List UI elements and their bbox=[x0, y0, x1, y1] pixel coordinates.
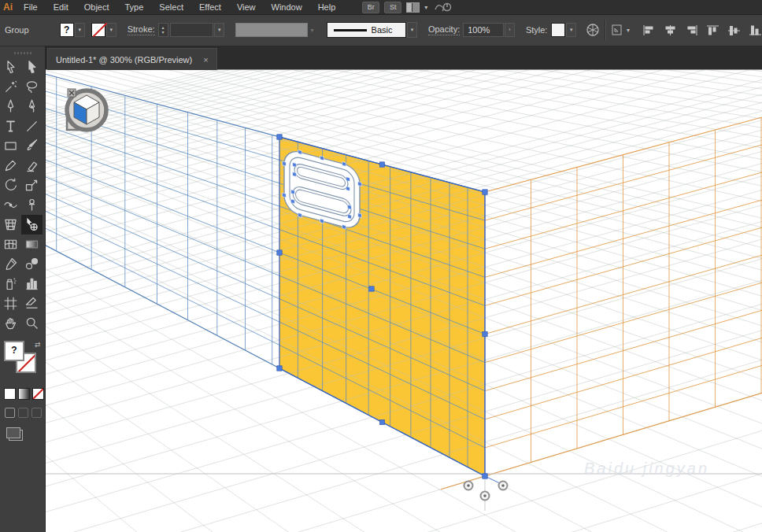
stroke-weight-input[interactable] bbox=[170, 23, 214, 37]
menu-item-window[interactable]: Window bbox=[264, 0, 310, 14]
column-graph-tool[interactable] bbox=[21, 274, 43, 294]
magic-wand-tool[interactable] bbox=[0, 77, 21, 97]
scale-tool[interactable] bbox=[21, 175, 43, 195]
draw-normal-mode-button[interactable] bbox=[5, 408, 15, 418]
eyedropper-tool[interactable] bbox=[0, 254, 21, 274]
selection-handle[interactable] bbox=[369, 286, 374, 291]
selection-handle[interactable] bbox=[483, 331, 487, 336]
anchor-point[interactable] bbox=[283, 193, 287, 198]
anchor-point[interactable] bbox=[320, 156, 324, 161]
style-swatch[interactable] bbox=[551, 23, 565, 37]
anchor-point[interactable] bbox=[346, 187, 350, 191]
ground-level-widget[interactable] bbox=[464, 482, 473, 490]
curvature-tool[interactable] bbox=[21, 97, 43, 116]
opacity-label[interactable]: Opacity: bbox=[428, 24, 460, 35]
anchor-point[interactable] bbox=[346, 177, 350, 182]
align-center-icon[interactable] bbox=[664, 24, 677, 36]
mesh-tool[interactable] bbox=[0, 235, 21, 254]
menu-item-file[interactable]: File bbox=[16, 0, 46, 14]
stock-button[interactable]: St bbox=[384, 2, 401, 13]
menu-item-help[interactable]: Help bbox=[310, 0, 344, 14]
gradient-button[interactable] bbox=[18, 388, 30, 400]
ground-level-widget[interactable] bbox=[481, 492, 490, 501]
draw-inside-mode-button[interactable] bbox=[31, 408, 42, 418]
perspective-selection-tool[interactable] bbox=[21, 215, 43, 235]
fill-color-swatch[interactable]: ? bbox=[60, 23, 74, 37]
panel-grip[interactable] bbox=[14, 52, 31, 54]
type-tool[interactable] bbox=[0, 116, 21, 136]
opacity-expand-icon[interactable]: › bbox=[505, 23, 515, 37]
gradient-tool[interactable] bbox=[21, 235, 43, 254]
paintbrush-tool[interactable] bbox=[21, 136, 43, 156]
anchor-point[interactable] bbox=[348, 214, 352, 219]
anchor-point[interactable] bbox=[283, 161, 287, 166]
anchor-point[interactable] bbox=[298, 150, 302, 154]
line-segment-tool[interactable] bbox=[21, 116, 43, 136]
anchor-point[interactable] bbox=[358, 213, 362, 218]
brush-definition-dropdown[interactable]: Basic bbox=[327, 22, 406, 38]
rectangle-tool[interactable] bbox=[0, 136, 21, 156]
slice-tool[interactable] bbox=[21, 294, 43, 313]
brush-chevron-icon[interactable]: ▾ bbox=[407, 22, 417, 38]
align-left-icon[interactable] bbox=[642, 24, 656, 36]
chevron-down-icon[interactable]: ▾ bbox=[424, 4, 427, 11]
fill-dropdown-chevron-icon[interactable]: ▾ bbox=[75, 23, 85, 37]
arrange-document-icon[interactable] bbox=[611, 23, 627, 37]
color-button[interactable] bbox=[4, 388, 16, 400]
ground-level-widget[interactable] bbox=[499, 482, 508, 490]
anchor-point[interactable] bbox=[348, 205, 352, 209]
share-power-icon[interactable] bbox=[432, 2, 453, 13]
stroke-color-swatch[interactable] bbox=[91, 23, 105, 37]
align-middle-icon[interactable] bbox=[727, 24, 741, 36]
align-bottom-icon[interactable] bbox=[749, 24, 762, 36]
lasso-tool[interactable] bbox=[21, 77, 43, 97]
stroke-weight-chevron-icon[interactable]: ▾ bbox=[214, 23, 224, 37]
selection-handle[interactable] bbox=[277, 135, 282, 139]
fill-indicator[interactable]: ? bbox=[4, 341, 24, 361]
anchor-point[interactable] bbox=[342, 224, 346, 229]
anchor-point[interactable] bbox=[320, 219, 324, 224]
selection-handle[interactable] bbox=[277, 366, 282, 371]
recolor-artwork-icon[interactable] bbox=[586, 23, 600, 37]
pen-tool[interactable] bbox=[0, 97, 21, 116]
menu-item-object[interactable]: Object bbox=[76, 0, 117, 14]
stroke-weight-label[interactable]: Stroke: bbox=[128, 24, 155, 35]
direct-selection-tool[interactable] bbox=[21, 57, 43, 77]
puppet-warp-tool[interactable] bbox=[21, 195, 43, 215]
menu-item-view[interactable]: View bbox=[229, 0, 264, 14]
selection-tool[interactable] bbox=[0, 57, 21, 77]
bridge-button[interactable]: Br bbox=[362, 2, 379, 13]
menu-item-edit[interactable]: Edit bbox=[46, 0, 76, 14]
selection-handle[interactable] bbox=[379, 419, 384, 424]
anchor-point[interactable] bbox=[298, 212, 302, 217]
swap-fill-stroke-icon[interactable]: ⇄ bbox=[35, 341, 41, 349]
stroke-dropdown-chevron-icon[interactable]: ▾ bbox=[106, 23, 117, 37]
menu-item-select[interactable]: Select bbox=[151, 0, 191, 14]
selection-handle[interactable] bbox=[483, 190, 487, 194]
artboard-tool[interactable] bbox=[0, 294, 21, 313]
anchor-point[interactable] bbox=[293, 172, 297, 177]
width-tool[interactable] bbox=[0, 195, 21, 215]
plane-switch-widget[interactable] bbox=[67, 89, 106, 130]
change-screen-mode-button[interactable] bbox=[6, 427, 20, 438]
align-right-icon[interactable] bbox=[685, 24, 698, 36]
opacity-input[interactable]: 100% bbox=[463, 23, 504, 37]
perspective-grid-tool[interactable] bbox=[0, 215, 21, 235]
symbol-sprayer-tool[interactable] bbox=[0, 274, 21, 294]
rotate-tool[interactable] bbox=[0, 175, 21, 195]
anchor-point[interactable] bbox=[291, 190, 295, 194]
selection-handle[interactable] bbox=[277, 250, 282, 255]
none-button[interactable] bbox=[32, 388, 44, 400]
style-chevron-icon[interactable]: ▾ bbox=[566, 23, 576, 37]
workspace-layout-icon[interactable] bbox=[406, 2, 420, 13]
hand-tool[interactable] bbox=[0, 313, 21, 333]
document-tab[interactable]: Untitled-1* @ 300% (RGB/Preview) × bbox=[47, 48, 217, 70]
stroke-weight-stepper[interactable]: ▴▾ bbox=[158, 23, 168, 37]
pencil-tool[interactable] bbox=[0, 156, 21, 175]
selection-handle[interactable] bbox=[483, 474, 487, 478]
eraser-tool[interactable] bbox=[21, 156, 43, 175]
menu-item-type[interactable]: Type bbox=[117, 0, 152, 14]
zoom-tool[interactable] bbox=[21, 313, 43, 333]
blend-tool[interactable] bbox=[21, 254, 43, 274]
align-top-icon[interactable] bbox=[706, 24, 719, 36]
